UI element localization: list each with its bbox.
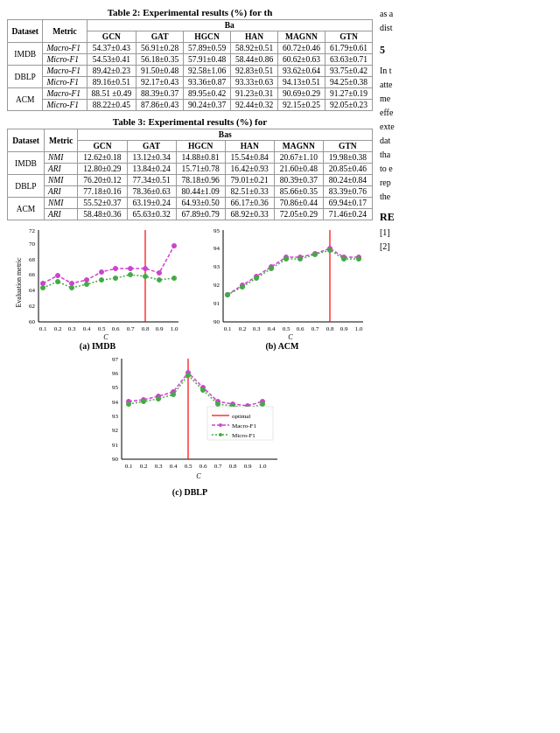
svg-text:0.2: 0.2 — [54, 325, 62, 332]
svg-point-74 — [255, 276, 259, 281]
table3-acm-ari-gat: 65.63±0.32 — [127, 209, 176, 220]
acm-chart-container: 90 91 92 93 94 95 0.1 0.2 0.3 0.4 0.5 0.… — [192, 226, 373, 351]
table3-dblp-nmi-magnn: 80.39±0.37 — [274, 175, 323, 186]
svg-text:1.0: 1.0 — [259, 463, 267, 470]
svg-point-35 — [85, 283, 89, 287]
table3-dblp-nmi-gtn: 80.24±0.84 — [323, 175, 372, 186]
table3-acm-ari-gcn: 58.48±0.36 — [78, 209, 127, 220]
table2-dblp-micro-gcn: 89.16±0.51 — [87, 77, 136, 88]
svg-point-32 — [41, 286, 46, 290]
svg-text:72: 72 — [29, 227, 36, 234]
table3-imdb-ari-metric: ARI — [45, 164, 78, 175]
svg-point-29 — [144, 267, 148, 271]
table3-imdb-nmi-hgcn: 14.88±0.81 — [176, 152, 225, 164]
svg-point-120 — [216, 402, 220, 407]
sidebar-line-rep: rep — [380, 176, 452, 190]
table2-imdb-micro-gtn: 63.63±0.71 — [325, 54, 372, 66]
table2-dblp-macro-gcn: 89.42±0.23 — [87, 66, 136, 77]
svg-point-38 — [129, 273, 133, 277]
svg-point-27 — [114, 267, 118, 271]
svg-text:0.7: 0.7 — [214, 463, 222, 470]
svg-text:94: 94 — [214, 245, 220, 252]
svg-text:0.2: 0.2 — [239, 325, 247, 332]
table2-imdb-micro-han: 58.44±0.86 — [231, 54, 278, 66]
table2-acm-micro-gcn: 88.22±0.45 — [87, 100, 136, 111]
svg-text:Micro-F1: Micro-F1 — [232, 432, 256, 439]
svg-text:0.4: 0.4 — [83, 325, 91, 332]
sidebar-line-re: RE — [380, 209, 452, 226]
svg-point-115 — [142, 400, 146, 404]
table3-dblp-ari-han: 82.51±0.33 — [225, 186, 274, 198]
table2-dblp-micro-metric: Micro-F1 — [43, 77, 87, 88]
sidebar-line-atte: atte — [380, 78, 452, 92]
svg-point-28 — [129, 267, 133, 271]
table2-imdb-macro-magnn: 60.72±0.46 — [278, 43, 326, 54]
table2-dblp-macro-hgcn: 92.58±1.06 — [184, 66, 231, 77]
svg-text:93: 93 — [112, 413, 119, 420]
svg-text:92: 92 — [112, 427, 119, 434]
table2-acm-micro-gtn: 92.05±0.23 — [325, 100, 372, 111]
svg-text:0.9: 0.9 — [340, 325, 348, 332]
svg-text:0.2: 0.2 — [140, 463, 148, 470]
table3-gcn-header: GCN — [78, 141, 127, 152]
imdb-chart-label: (a) IMDB — [80, 341, 116, 351]
svg-text:0.5: 0.5 — [185, 463, 192, 470]
svg-text:91: 91 — [214, 300, 220, 307]
table2-acm-macro-gat: 88.39±0.37 — [136, 88, 184, 100]
svg-point-123 — [261, 402, 265, 407]
table3-imdb-ari-gcn: 12.80±0.29 — [78, 164, 127, 175]
table2-hgcn-header: HGCN — [184, 31, 231, 43]
svg-point-119 — [201, 388, 206, 393]
svg-text:0.6: 0.6 — [200, 463, 207, 470]
table2-dblp-macro-han: 92.83±0.51 — [231, 66, 278, 77]
svg-text:0.9: 0.9 — [244, 463, 252, 470]
table2-acm-macro-gcn: 88.51 ±0.49 — [87, 88, 136, 100]
table3-dblp-ari-metric: ARI — [45, 186, 78, 198]
table2-dblp-macro-metric: Macro-F1 — [43, 66, 87, 77]
sidebar-text: as a dist 5 In t atte me effe exte dat t… — [380, 7, 452, 254]
dblp-chart: 90 91 92 93 94 95 96 97 0.1 0.2 0.3 0.4 … — [94, 354, 286, 485]
table2-imdb-macro-gtn: 61.79±0.61 — [325, 43, 372, 54]
svg-text:1.0: 1.0 — [355, 325, 363, 332]
table2-acm-micro-hgcn: 90.24±0.37 — [184, 100, 231, 111]
table2-acm-micro-metric: Micro-F1 — [43, 100, 87, 111]
svg-text:0.5: 0.5 — [283, 325, 290, 332]
svg-text:0.8: 0.8 — [326, 325, 334, 332]
svg-point-22 — [41, 282, 46, 286]
table3-acm-ari-metric: ARI — [45, 209, 78, 220]
sidebar-line-int: In t — [380, 64, 452, 78]
svg-text:Evaluation metric: Evaluation metric — [15, 257, 23, 308]
table3-dataset-header: Dataset — [8, 129, 45, 152]
table2-gat-header: GAT — [136, 31, 184, 43]
table2-title: Table 2: Experimental results (%) for th — [7, 7, 373, 17]
svg-point-31 — [172, 244, 177, 248]
table3-dblp-ari-gtn: 83.39±0.76 — [323, 186, 372, 198]
table2-imdb-micro-magnn: 60.62±0.63 — [278, 54, 326, 66]
table2-imdb-macro-han: 58.92±0.51 — [231, 43, 278, 54]
table2-acm-micro-magnn: 92.15±0.25 — [278, 100, 326, 111]
sidebar-line-5: 5 — [380, 42, 452, 59]
svg-point-114 — [127, 402, 131, 407]
table3-imdb-nmi-metric: NMI — [45, 152, 78, 164]
table3-dblp-dataset: DBLP — [8, 175, 45, 198]
table2-dblp-macro-gtn: 93.75±0.42 — [325, 66, 372, 77]
sidebar-line-tha: tha — [380, 148, 452, 162]
svg-text:68: 68 — [29, 256, 36, 263]
table3-dblp-ari-hgcn: 80.44±1.09 — [176, 186, 225, 198]
table2-dataset-header: Dataset — [8, 20, 43, 43]
svg-point-30 — [158, 271, 162, 276]
svg-point-77 — [298, 257, 303, 262]
table3-imdb-nmi-magnn: 20.67±1.10 — [274, 152, 323, 164]
table2-imdb-dataset: IMDB — [8, 43, 43, 66]
table2-imdb-macro-metric: Macro-F1 — [43, 43, 87, 54]
table3-acm-nmi-metric: NMI — [45, 198, 78, 209]
table2-imdb-macro-gcn: 54.37±0.43 — [87, 43, 136, 54]
svg-text:0.4: 0.4 — [268, 325, 276, 332]
table3-imdb-ari-magnn: 21.60±0.48 — [274, 164, 323, 175]
sidebar-line-ref2: [2] — [380, 240, 452, 254]
table3-imdb-nmi-gat: 13.12±0.34 — [127, 152, 176, 164]
svg-point-36 — [100, 278, 104, 283]
imdb-chart-container: Evaluation metric 60 62 64 66 68 70 72 — [7, 226, 188, 351]
charts-row1: Evaluation metric 60 62 64 66 68 70 72 — [7, 226, 373, 351]
svg-text:1.0: 1.0 — [171, 325, 178, 332]
